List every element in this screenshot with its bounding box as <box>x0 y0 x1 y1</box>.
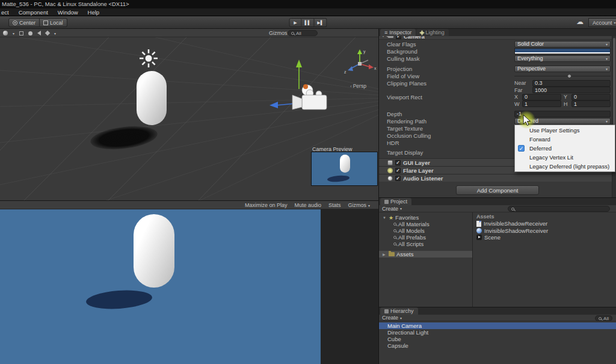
add-component-button[interactable]: Add Component <box>456 185 539 195</box>
hierarchy-item-directional-light[interactable]: Directional Light <box>379 329 616 336</box>
pivot-center-button[interactable]: Center <box>8 18 40 27</box>
inspector-tab-bar: ≡ Inspector Lighting <box>379 29 616 36</box>
search-icon <box>393 223 396 226</box>
favorites-all-prefabs[interactable]: All Prefabs <box>379 234 472 241</box>
row-field-of-view: Field of View <box>379 72 616 79</box>
window-title: Matte_536 - PC, Mac & Linux Standalone <… <box>2 1 129 7</box>
viewport-h-field[interactable]: 1 <box>571 100 611 107</box>
account-button[interactable]: Account ▾ <box>588 18 616 27</box>
audio-listener-component-header[interactable]: ✓ Audio Listener <box>379 174 616 182</box>
audio-listener-icon <box>387 176 393 181</box>
inspector-panel: ≡ Inspector Lighting ▼ ✓ Camera Clear Fl… <box>379 29 616 197</box>
unity-editor-window: Matte_536 - PC, Mac & Linux Standalone <… <box>0 0 616 364</box>
menu-item-legacy-vertex-lit[interactable]: Legacy Vertex Lit <box>515 153 615 162</box>
audio-listener-enabled-checkbox[interactable]: ✓ <box>395 176 401 181</box>
preview-capsule <box>340 155 350 173</box>
capsule-object[interactable] <box>137 71 167 125</box>
component-enabled-checkbox[interactable]: ✓ <box>396 36 401 39</box>
favorites-all-models[interactable]: All Models <box>379 227 472 234</box>
gui-layer-icon <box>387 160 393 165</box>
mute-audio-toggle[interactable]: Mute audio <box>294 202 321 208</box>
asset-item-scene[interactable]: Scene <box>473 234 616 241</box>
viewport-y-field[interactable]: 0 <box>571 94 611 100</box>
shading-mode-icon[interactable] <box>3 31 8 35</box>
near-clip-field[interactable]: 0.3 <box>532 80 611 87</box>
hierarchy-create-button[interactable]: Create <box>382 315 398 321</box>
asset-item-material[interactable]: InvisibleShadowReceiver <box>473 227 616 235</box>
favorites-all-scripts[interactable]: All Scripts <box>379 241 472 247</box>
assets-folder-item[interactable]: ▶ Assets <box>379 251 472 258</box>
hierarchy-item-cube[interactable]: Cube <box>379 336 616 342</box>
foldout-icon: ▶ <box>383 252 387 256</box>
hierarchy-item-main-camera[interactable]: Main Camera <box>379 322 616 329</box>
hierarchy-toolbar: Create ▾ All <box>379 315 616 321</box>
directional-light-gizmo[interactable] <box>135 45 162 72</box>
tab-hierarchy[interactable]: Hierarchy <box>380 307 418 315</box>
perspective-mode-label[interactable]: ‹ Persp <box>350 83 366 89</box>
inspector-scrollbar[interactable] <box>612 36 616 197</box>
account-label: Account <box>593 20 612 26</box>
asset-item-script[interactable]: InvisibleShadowReceiver <box>473 220 616 227</box>
pivot-local-button[interactable]: Local <box>40 18 67 27</box>
background-color-swatch[interactable] <box>514 48 611 54</box>
maximize-on-play-toggle[interactable]: Maximize on Play <box>245 202 288 208</box>
menu-item-legacy-deferred[interactable]: Legacy Deferred (light prepass) <box>515 162 615 171</box>
gui-layer-enabled-checkbox[interactable]: ✓ <box>395 160 401 165</box>
favorites-all-materials[interactable]: All Materials <box>379 221 472 227</box>
hierarchy-search-input[interactable]: All <box>595 315 612 321</box>
tab-lighting[interactable]: Lighting <box>416 29 449 36</box>
stats-toggle[interactable]: Stats <box>328 202 341 208</box>
scene-view[interactable]: y x z ‹ Persp Camera Preview ▾ ▾ Giz <box>0 29 379 200</box>
menu-item-help[interactable]: Help <box>88 9 100 16</box>
row-background: Background <box>379 48 616 55</box>
pivot-icon <box>13 20 17 25</box>
axis-x-label: x <box>374 66 377 70</box>
title-bar: Matte_536 - PC, Mac & Linux Standalone <… <box>0 0 616 8</box>
chevron-left-icon: ‹ <box>350 84 352 89</box>
project-panel: Project Create ▾ ▼ ★ Favorites All Mater… <box>379 197 616 307</box>
far-clip-field[interactable]: 1000 <box>532 87 611 93</box>
scene-search-input[interactable]: All <box>288 30 318 36</box>
axis-z-label: z <box>344 70 346 74</box>
step-button[interactable]: ▶▌ <box>315 18 327 27</box>
scene-orientation-gizmo[interactable]: y x z <box>342 48 378 85</box>
search-icon <box>291 32 294 35</box>
tab-inspector[interactable]: ≡ Inspector <box>380 29 416 36</box>
unity-scene-icon <box>476 235 482 240</box>
projection-dropdown[interactable]: Perspective ▾ <box>514 66 611 72</box>
menu-item-deferred[interactable]: ✓ Deferred <box>515 144 615 153</box>
project-search-input[interactable] <box>508 206 610 212</box>
viewport-w-field[interactable]: 1 <box>522 100 561 107</box>
pivot-center-label: Center <box>19 20 35 26</box>
culling-mask-dropdown[interactable]: Everything ▾ <box>514 55 611 62</box>
game-gizmos-dropdown[interactable]: Gizmos ▾ <box>348 202 370 208</box>
search-icon <box>393 242 396 245</box>
menu-item-component[interactable]: Component <box>19 9 48 16</box>
menu-item-window[interactable]: Window <box>58 9 78 16</box>
foldout-icon: ▼ <box>383 216 387 220</box>
pause-button[interactable]: ▌▌ <box>302 18 315 27</box>
tab-project[interactable]: Project <box>380 198 411 205</box>
slider-thumb[interactable] <box>567 74 571 78</box>
main-toolbar: Center Local ▶ ▌▌ ▶▌ ☁ Account ▾ <box>0 16 616 29</box>
favorites-item[interactable]: ▼ ★ Favorites <box>379 214 472 221</box>
search-icon <box>393 229 396 232</box>
cloud-services-button[interactable]: ☁ <box>576 17 584 26</box>
row-culling-mask: Culling Mask Everything ▾ <box>379 55 616 62</box>
hierarchy-item-capsule[interactable]: Capsule <box>379 342 616 349</box>
2d-toggle-icon[interactable] <box>19 31 23 35</box>
lighting-toggle-icon[interactable] <box>28 31 32 35</box>
project-create-button[interactable]: Create <box>382 206 398 212</box>
row-viewport-rect-wh: W 1 H 1 <box>379 100 616 107</box>
flare-layer-enabled-checkbox[interactable]: ✓ <box>395 168 401 173</box>
field-of-view-slider[interactable] <box>514 73 611 79</box>
menu-item-gameobject[interactable]: ect <box>1 9 9 16</box>
clear-flags-dropdown[interactable]: Solid Color ▾ <box>514 41 611 48</box>
play-button[interactable]: ▶ <box>289 18 302 27</box>
effects-toggle-icon[interactable] <box>45 31 50 35</box>
camera-gizmo[interactable] <box>268 59 334 116</box>
audio-toggle-icon[interactable] <box>37 31 41 35</box>
menu-item-forward[interactable]: Forward <box>515 135 615 144</box>
viewport-x-field[interactable]: 0 <box>522 94 561 100</box>
cloud-icon: ☁ <box>576 17 584 26</box>
